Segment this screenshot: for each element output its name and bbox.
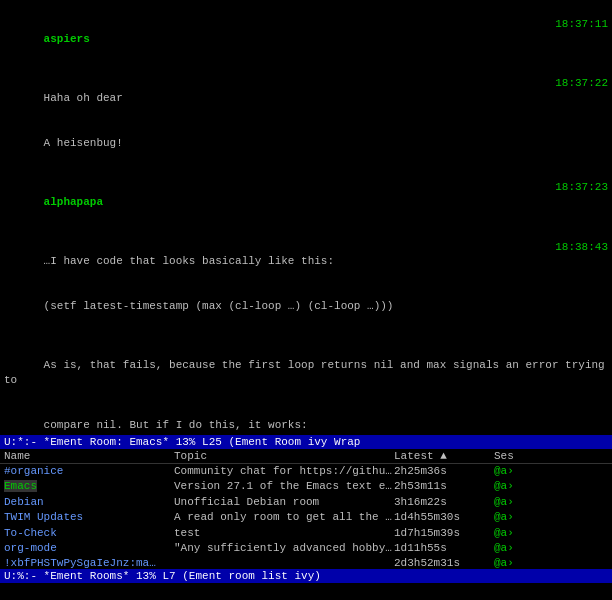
room-name[interactable]: Emacs [4, 479, 174, 494]
list-item[interactable]: #organiceCommunity chat for https://gith… [0, 464, 612, 479]
chat-line: compare nil. But if I do this, it works: [4, 403, 608, 435]
chat-area: 18:37:11 aspiers 18:37:22 Haha oh dear A… [0, 0, 612, 435]
room-session: @a› [494, 526, 544, 541]
room-name[interactable]: #organice [4, 464, 174, 479]
room-latest: 2h53m11s [394, 479, 494, 494]
room-topic: "Any sufficiently advanced hobby… [174, 541, 394, 556]
room-session: @a› [494, 556, 544, 569]
message-text: Haha oh dear [44, 92, 123, 104]
room-topic: Community chat for https://githu… [174, 464, 394, 479]
message-text: As is, that fails, because the first loo… [4, 359, 611, 386]
list-item[interactable]: EmacsVersion 27.1 of the Emacs text e…2h… [0, 479, 612, 494]
room-topic: test [174, 526, 394, 541]
room-name[interactable]: Debian [4, 495, 174, 510]
message-text: (setf latest-timestamp (max (cl-loop …) … [44, 300, 394, 312]
list-item[interactable]: To-Checktest1d7h15m39s@a› [0, 526, 612, 541]
room-list-header: Name Topic Latest ▲ Ses [0, 449, 612, 464]
room-name[interactable]: To-Check [4, 526, 174, 541]
room-session: @a› [494, 541, 544, 556]
room-topic: Unofficial Debian room [174, 495, 394, 510]
timestamp: 18:37:11 [555, 17, 608, 32]
message-text: compare nil. But if I do this, it works: [44, 419, 308, 431]
room-latest: 1d11h55s [394, 541, 494, 556]
room-session: @a› [494, 510, 544, 525]
room-name[interactable]: org-mode [4, 541, 174, 556]
status-bar-top-text: U:*:- *Ement Room: Emacs* 13% L25 (Ement… [4, 436, 360, 448]
room-topic: Version 27.1 of the Emacs text e… [174, 479, 394, 494]
list-item[interactable]: org-mode"Any sufficiently advanced hobby… [0, 541, 612, 556]
room-rows: #organiceCommunity chat for https://gith… [0, 464, 612, 569]
username: aspiers [44, 33, 90, 45]
timestamp: 18:37:22 [555, 76, 608, 91]
message-text: A heisenbug! [44, 137, 123, 149]
col-header-latest: Latest ▲ [394, 450, 494, 462]
status-bar-bottom: U:%:- *Ement Rooms* 13% L7 (Ement room l… [0, 569, 612, 583]
chat-line: As is, that fails, because the first loo… [4, 343, 608, 402]
room-latest: 1d7h15m39s [394, 526, 494, 541]
room-session: @a› [494, 479, 544, 494]
col-header-name: Name [4, 450, 174, 462]
room-name[interactable]: TWIM Updates [4, 510, 174, 525]
room-latest: 2d3h52m31s [394, 556, 494, 569]
room-name[interactable]: !xbfPHSTwPySgaIeJnz:ma… [4, 556, 174, 569]
list-item[interactable]: DebianUnofficial Debian room3h16m22s@a› [0, 495, 612, 510]
message-block: 18:37:11 aspiers 18:37:22 Haha oh dear A… [4, 2, 608, 165]
room-session: @a› [494, 495, 544, 510]
chat-line: (setf latest-timestamp (max (cl-loop …) … [4, 284, 608, 329]
room-latest: 1d4h55m30s [394, 510, 494, 525]
col-header-session: Ses [494, 450, 544, 462]
status-bar-bottom-text: U:%:- *Ement Rooms* 13% L7 (Ement room l… [4, 570, 321, 582]
timestamp: 18:37:23 [555, 180, 608, 195]
chat-line: 18:38:43 …I have code that looks basical… [4, 225, 608, 284]
room-list-area[interactable]: Name Topic Latest ▲ Ses #organiceCommuni… [0, 449, 612, 569]
username: alphapapa [44, 196, 103, 208]
timestamp: 18:38:43 [555, 240, 608, 255]
room-topic: A read only room to get all the … [174, 510, 394, 525]
col-header-topic: Topic [174, 450, 394, 462]
message-text: …I have code that looks basically like t… [44, 255, 334, 267]
chat-line: 18:37:11 aspiers [4, 2, 608, 61]
message-block: As is, that fails, because the first loo… [4, 329, 608, 435]
room-latest: 2h25m36s [394, 464, 494, 479]
message-block: 18:37:23 alphapapa 18:38:43 …I have code… [4, 165, 608, 328]
list-item[interactable]: TWIM UpdatesA read only room to get all … [0, 510, 612, 525]
chat-line: 18:37:22 Haha oh dear [4, 61, 608, 120]
room-latest: 3h16m22s [394, 495, 494, 510]
status-bar-top: U:*:- *Ement Room: Emacs* 13% L25 (Ement… [0, 435, 612, 449]
room-session: @a› [494, 464, 544, 479]
room-topic [174, 556, 394, 569]
chat-line: A heisenbug! [4, 121, 608, 166]
list-item[interactable]: !xbfPHSTwPySgaIeJnz:ma…2d3h52m31s@a› [0, 556, 612, 569]
chat-line [4, 329, 608, 344]
chat-line: 18:37:23 alphapapa [4, 165, 608, 224]
